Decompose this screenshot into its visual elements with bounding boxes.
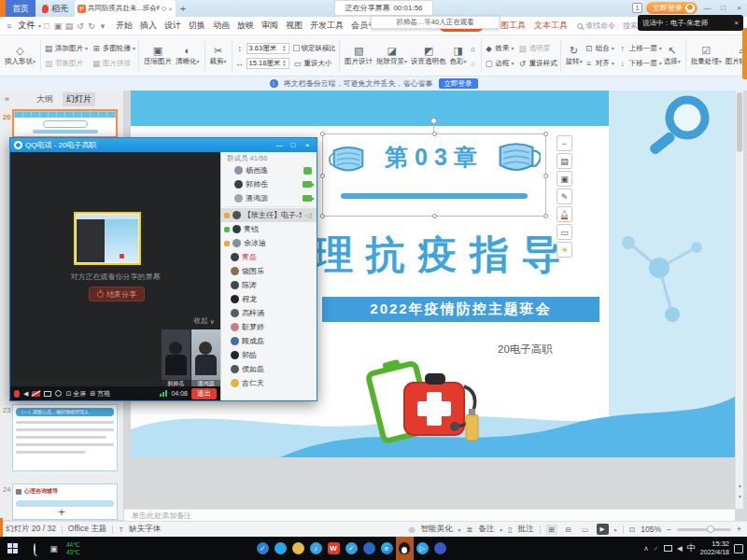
member-row[interactable]: 程龙 <box>221 292 317 306</box>
undo-icon[interactable]: ↺ <box>75 21 86 31</box>
member-row-selected[interactable]: 【班主任】电子-朱老师◁) <box>221 208 317 222</box>
app-pc-manager[interactable]: ✓ <box>343 537 360 560</box>
edit-pen-button[interactable]: ✎ <box>557 189 572 204</box>
print-icon[interactable]: ▤ <box>63 21 75 31</box>
brightness-down-button[interactable]: ☼ <box>469 57 478 69</box>
face-icon[interactable] <box>55 390 62 397</box>
remove-background-button[interactable]: ◪抠除背景▾ <box>374 45 409 66</box>
missing-font-label[interactable]: 缺失字体 <box>129 524 161 535</box>
paste-style-button[interactable]: ▤ <box>557 153 572 169</box>
zoom-knob[interactable] <box>707 525 714 533</box>
width-input[interactable]: 15.18厘米▲▼ <box>247 58 289 69</box>
compress-picture-button[interactable]: ▣压缩图片 <box>142 45 174 66</box>
login-button[interactable]: 立即登录 <box>646 2 698 14</box>
maximize-icon[interactable]: □ <box>717 4 729 12</box>
ime-indicator[interactable]: 中 <box>687 542 696 554</box>
brightness-up-button[interactable]: ☼ <box>469 42 478 54</box>
save-icon[interactable]: ▣ <box>52 21 63 31</box>
app-qq-call[interactable]: ▷ <box>414 537 431 560</box>
member-row[interactable]: 潘鸿源 <box>221 191 317 205</box>
insert-shape-button[interactable]: ◇插入形状▾ <box>3 45 37 66</box>
app-security-check[interactable]: ✓ <box>254 537 272 560</box>
collapse-videos-button[interactable]: 收起 ∨ <box>194 316 216 326</box>
replace-picture-button[interactable]: ▥替换图片 <box>44 57 88 69</box>
redo-icon[interactable]: ↻ <box>86 21 97 31</box>
rotate-button[interactable]: ↻旋转▾ <box>564 45 585 66</box>
menu-start[interactable]: 开始 <box>114 19 134 33</box>
effect-button[interactable]: ◆效果▾ <box>485 42 514 54</box>
resize-handle-e[interactable] <box>543 174 548 178</box>
color-button[interactable]: ◨色彩▾ <box>448 45 469 66</box>
viewers-dropdown[interactable]: 郭帅岳…等40人正在观看 <box>371 16 500 29</box>
member-row[interactable]: 顾成磊 <box>221 334 317 348</box>
prev-slide-button[interactable]: ▲ <box>736 483 744 488</box>
fullscreen-button[interactable]: ⊡全屏 <box>65 389 86 399</box>
camera-off-icon[interactable] <box>32 391 40 397</box>
close-tab-icon[interactable]: × <box>168 5 173 13</box>
reset-size-button[interactable]: ▭重设大小 <box>293 57 337 69</box>
resize-handle-s[interactable] <box>432 214 437 218</box>
menu-insert[interactable]: 插入 <box>138 19 159 33</box>
notice-login-button[interactable]: 立即登录 <box>439 78 478 89</box>
app-yellow-face[interactable] <box>289 537 307 560</box>
member-row[interactable]: 黄磊 <box>221 250 317 264</box>
app-music[interactable]: ♪ <box>307 537 325 560</box>
vertical-scrollbar[interactable]: ▲ ▼ <box>735 91 743 509</box>
qq-call-window[interactable]: QQ电话 - 20电子高职 — □ × 对方正在观看你分享的屏幕 结束分享 <box>9 137 317 401</box>
slide-banner[interactable]: 2022年疫情防控主题班会 <box>322 297 599 322</box>
collapse-toolbar-button[interactable]: − <box>557 135 572 151</box>
resize-handle-w[interactable] <box>320 174 325 178</box>
bring-forward-button[interactable]: ↑上移一层▾ <box>618 42 662 54</box>
border-button[interactable]: ▢边框▾ <box>485 57 514 69</box>
transparent-color-button[interactable]: ◩设置透明色 <box>409 45 448 66</box>
member-row[interactable]: 靳梦婷 <box>221 320 317 334</box>
slide-byline[interactable]: 20电子高职 <box>498 343 553 357</box>
app-wps[interactable]: W <box>325 537 343 560</box>
send-backward-button[interactable]: ↓下移一层▾ <box>618 57 662 69</box>
sorter-view-button[interactable]: ⊟ <box>563 525 574 535</box>
next-slide-button[interactable]: ▼ <box>736 494 744 499</box>
notes-bar[interactable]: 单击此处添加备注 <box>124 509 735 521</box>
task-view-button[interactable]: ▣ <box>44 544 63 553</box>
more-icon[interactable]: ▾ <box>97 21 108 31</box>
menu-animation[interactable]: 动画 <box>211 19 232 33</box>
qq-titlebar[interactable]: QQ电话 - 20电子高职 — □ × <box>10 138 317 152</box>
share-screen-icon[interactable] <box>44 391 51 397</box>
qq-minimize-icon[interactable]: — <box>274 141 285 149</box>
member-row[interactable]: 郭皓 <box>221 348 317 362</box>
qq-close-icon[interactable]: × <box>302 141 313 149</box>
opacity-button[interactable]: ▨透明度 <box>518 42 557 54</box>
tab-home[interactable]: 首页 <box>6 0 35 17</box>
window-count-badge[interactable]: 1 <box>632 3 642 13</box>
app-360[interactable] <box>360 537 378 560</box>
member-row[interactable]: 余冰迪 <box>221 236 317 250</box>
slide-thumbnail-20[interactable] <box>12 109 118 138</box>
slide-main-title[interactable]: 理 抗 疫 指 导 <box>314 229 622 281</box>
scrollbar-thumb[interactable] <box>737 92 742 152</box>
notes-button[interactable]: 备注 <box>478 524 494 535</box>
member-row[interactable]: 杨画逸 <box>221 163 317 177</box>
menu-transition[interactable]: 切换 <box>187 19 207 33</box>
menu-view[interactable]: 视图 <box>284 19 304 33</box>
add-slide-button[interactable]: + <box>50 505 73 519</box>
zoom-in-button[interactable]: + <box>737 525 741 534</box>
resize-handle-nw[interactable] <box>320 132 325 136</box>
member-row[interactable]: 高梓涵 <box>221 306 317 320</box>
exit-call-button[interactable]: 退出 <box>191 388 217 399</box>
add-picture-button[interactable]: ▤添加图片▾ <box>44 42 88 54</box>
resize-handle-sw[interactable] <box>320 214 325 218</box>
idea-bulb-button[interactable]: ☀ <box>557 242 572 258</box>
camera-feed-1[interactable]: 郭帅岳 <box>162 329 190 387</box>
tab-outline[interactable]: 大纲 <box>33 92 57 106</box>
toast-close-icon[interactable]: × <box>735 19 739 27</box>
taskbar-clock[interactable]: 15:32 2022/4/18 <box>700 540 729 556</box>
menu-design[interactable]: 设计 <box>162 19 183 33</box>
normal-view-button[interactable]: ⊞ <box>546 525 557 535</box>
resize-handle-ne[interactable] <box>543 132 548 136</box>
beautify-button[interactable]: 智能美化 <box>420 524 452 535</box>
tab-docer[interactable]: 稻壳 <box>35 0 75 17</box>
new-doc-icon[interactable]: □ <box>41 21 52 31</box>
tray-network-icon[interactable] <box>664 545 672 552</box>
speaker-icon[interactable]: ◀ <box>23 390 28 398</box>
read-view-button[interactable]: ▭ <box>580 525 591 535</box>
